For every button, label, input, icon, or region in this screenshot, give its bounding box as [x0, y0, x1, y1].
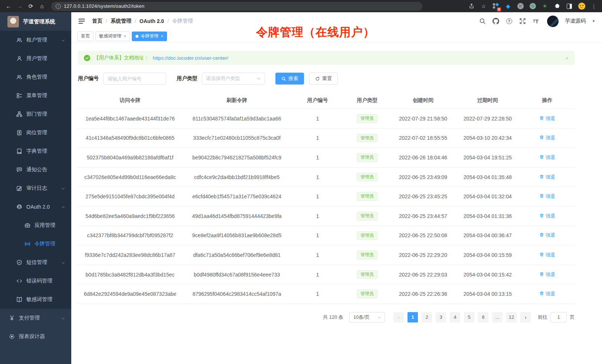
extension-with-badge-icon[interactable]: 9	[492, 3, 500, 10]
column-header: 刷新令牌	[182, 93, 291, 109]
browser-address-bar[interactable]: i 127.0.0.1:1024/system/oauth2/token	[51, 2, 422, 11]
sidebar-item-菜单管理[interactable]: 菜单管理	[0, 86, 71, 105]
browser-menu-icon[interactable]: ⋮	[590, 3, 598, 10]
more-pages-button[interactable]: ...	[492, 312, 503, 322]
extensions-puzzle-icon[interactable]	[553, 3, 561, 10]
profile-avatar-icon[interactable]	[578, 3, 585, 10]
breadcrumb-item[interactable]: 首页	[92, 18, 102, 24]
table-row: 502375b8040a469a9b82188afdf6af1fbe90422b…	[78, 148, 575, 168]
goto-label: 前往	[538, 314, 547, 321]
sidebar-item-令牌管理[interactable]: 令牌管理	[0, 235, 71, 253]
fullscreen-icon[interactable]	[519, 18, 526, 25]
help-icon[interactable]: ?	[506, 18, 513, 25]
page-button-3[interactable]: 3	[436, 312, 446, 322]
github-icon[interactable]	[492, 18, 499, 25]
browser-reload-button[interactable]: ⟳	[25, 1, 36, 11]
sidebar-item-label: 租户管理	[26, 37, 47, 43]
page-button-4[interactable]: 4	[450, 312, 460, 322]
tab-敏感词管理[interactable]: 敏感词管理×	[95, 32, 130, 41]
delete-icon	[539, 135, 544, 141]
sidebar-item-应用管理[interactable]: 应用管理	[0, 216, 71, 235]
chevron-down-icon	[256, 76, 261, 81]
site-info-icon[interactable]: i	[56, 4, 61, 9]
browser-back-button[interactable]: ←	[3, 1, 14, 11]
force-logout-button[interactable]: 强退	[539, 232, 555, 239]
org-icon	[16, 111, 22, 117]
user-id: 1	[291, 148, 343, 168]
refresh-token: 49d1aa46d1454fbd87591444423be9fa	[182, 206, 291, 226]
user-menu-caret-icon[interactable]: ▼	[592, 19, 595, 23]
next-page-button[interactable]: ›	[520, 312, 531, 322]
sidebar-item-OAuth 2.0[interactable]: OAuth 2.0	[0, 198, 71, 216]
gray-extension-icon[interactable]: ⌘	[517, 3, 524, 10]
sidebar-item-岗位管理[interactable]: 岗位管理	[0, 123, 71, 142]
force-logout-button[interactable]: 强退	[539, 154, 555, 161]
sidebar-item-短信管理[interactable]: 短信管理	[0, 253, 71, 272]
page-button-12[interactable]: 12	[506, 312, 517, 322]
user-type-placeholder: 请选择用户类型	[206, 75, 240, 82]
bookmark-star-icon[interactable]: ☆	[480, 3, 487, 10]
delete-icon	[539, 252, 544, 258]
sidebar-item-label: 敏感词管理	[26, 296, 52, 303]
alert-close-icon[interactable]: ×	[565, 55, 569, 61]
search-icon[interactable]	[479, 18, 486, 25]
prev-page-button[interactable]: ‹	[393, 312, 404, 322]
sidebar-item-支付管理[interactable]: 支付管理	[0, 309, 71, 327]
sidebar-item-用户管理[interactable]: 用户管理	[0, 49, 71, 68]
page-button-1[interactable]: 1	[408, 312, 418, 322]
sidebar-item-租户管理[interactable]: 租户管理	[0, 31, 71, 49]
tab-close-icon[interactable]: ×	[161, 34, 163, 39]
force-logout-button[interactable]: 强退	[539, 193, 555, 200]
sidebar-item-敏感词管理[interactable]: 敏感词管理	[0, 290, 71, 309]
force-logout-button[interactable]: 强退	[539, 213, 555, 219]
sidebar-item-报表设计器[interactable]: 报表设计器	[0, 327, 71, 346]
sidebar-item-错误码管理[interactable]: 错误码管理	[0, 272, 71, 290]
sidebar-item-角色管理[interactable]: 角色管理	[0, 68, 71, 86]
breadcrumb-item[interactable]: OAuth 2.0	[140, 18, 164, 24]
sidebar-item-通知公告[interactable]: 通知公告	[0, 161, 71, 179]
delete-icon	[539, 291, 544, 297]
green-dot-extension-icon[interactable]	[529, 3, 536, 10]
page-button-5[interactable]: 5	[464, 312, 474, 322]
force-logout-button[interactable]: 强退	[539, 115, 555, 122]
tab-layout-icon[interactable]	[566, 3, 573, 10]
page-size-select[interactable]: 10条/页	[349, 312, 385, 322]
browser-home-button[interactable]: ⌂	[36, 1, 48, 11]
user-id-input[interactable]	[103, 73, 166, 85]
sidebar-item-审计日志[interactable]: 审计日志	[0, 179, 71, 198]
user-id: 1	[291, 226, 343, 245]
user-type-tag: 管理员	[357, 134, 377, 143]
user-avatar[interactable]	[547, 16, 559, 27]
sidebar-item-label: OAuth 2.0	[26, 204, 50, 210]
sidebar-item-部门管理[interactable]: 部门管理	[0, 105, 71, 123]
url-text: 127.0.0.1:1024/system/oauth2/token	[64, 3, 144, 9]
search-button[interactable]: 搜索	[275, 73, 304, 85]
breadcrumb-item[interactable]: 系统管理	[111, 18, 131, 24]
chevron-down-icon	[61, 260, 65, 265]
green-star-extension-icon[interactable]: ✶	[541, 3, 549, 10]
app-logo-bar[interactable]: 芋道管理系统	[0, 12, 71, 31]
force-logout-button[interactable]: 强退	[539, 135, 555, 141]
force-logout-button[interactable]: 强退	[539, 252, 555, 258]
goto-page-input[interactable]	[550, 312, 567, 322]
tab-令牌管理[interactable]: 令牌管理×	[132, 32, 167, 41]
font-size-icon[interactable]: TT	[532, 18, 539, 25]
force-logout-button[interactable]: 强退	[539, 271, 555, 278]
sidebar-menu-bottom: 支付管理报表设计器	[0, 309, 71, 364]
sidebar-item-label: 岗位管理	[26, 129, 47, 136]
page-button-6[interactable]: 6	[478, 312, 488, 322]
sidebar-item-字典管理[interactable]: 字典管理	[0, 142, 71, 161]
created-time: 2022-07-29 21:58:50	[391, 109, 455, 129]
doc-link[interactable]: https://doc.iocoder.cn/user-center/	[153, 55, 228, 61]
force-logout-button[interactable]: 强退	[539, 174, 555, 181]
gem-extension-icon[interactable]: ◆	[504, 3, 512, 10]
collapse-sidebar-icon[interactable]	[78, 17, 85, 25]
page-button-2[interactable]: 2	[422, 312, 432, 322]
tab-close-icon[interactable]: ×	[124, 34, 126, 39]
browser-forward-button[interactable]: →	[14, 1, 25, 11]
user-type-select[interactable]: 请选择用户类型	[202, 73, 265, 85]
force-logout-button[interactable]: 强退	[539, 291, 555, 297]
tab-首页[interactable]: 首页	[77, 32, 94, 41]
share-icon[interactable]	[468, 3, 475, 10]
reset-button[interactable]: 重置	[309, 73, 338, 85]
